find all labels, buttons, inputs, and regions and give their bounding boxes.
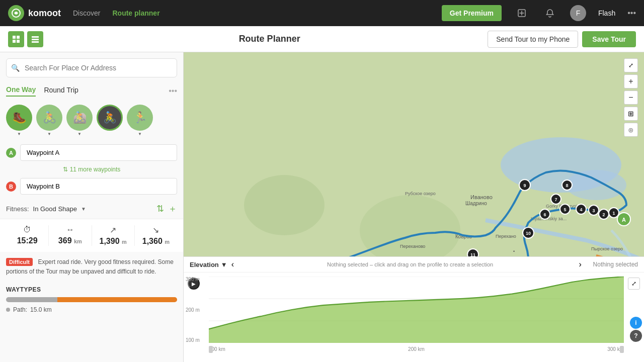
trip-more-options[interactable]: ••• (169, 86, 177, 96)
svg-text:7: 7 (554, 197, 557, 202)
avatar[interactable]: F (570, 5, 586, 21)
fitness-label: Fitness: (6, 205, 29, 213)
get-premium-button[interactable]: Get Premium (442, 5, 502, 21)
svg-text:Gorky Reservoir: Gorky Reservoir (546, 204, 579, 209)
logo[interactable]: komoot (8, 5, 61, 21)
svg-point-13 (360, 195, 460, 265)
route-planner-link[interactable]: Route planner (112, 9, 159, 17)
waypoints-section: A ⇅ 11 more waypoints B (0, 140, 183, 199)
discover-link[interactable]: Discover (73, 9, 100, 17)
send-tour-button[interactable]: Send Tour to my Phone (488, 31, 578, 48)
cycling-activity[interactable]: 🚴 ▼ (36, 105, 62, 136)
round-trip-tab[interactable]: Round Trip (44, 86, 78, 96)
save-tour-button[interactable]: Save Tour (582, 31, 636, 47)
svg-rect-5 (17, 40, 20, 43)
svg-rect-7 (32, 39, 39, 40)
list-view-button[interactable] (27, 31, 43, 47)
svg-text:1: 1 (612, 211, 615, 216)
elevation-scroll-handle-left[interactable] (209, 346, 213, 353)
left-panel: 🔍 One Way Round Trip ••• 🥾 ▼ 🚴 ▼ 🚵 ▼ (0, 52, 184, 362)
svg-point-32 (599, 209, 609, 219)
clock-icon: ⏱ (23, 225, 31, 234)
zoom-in-button[interactable]: + (624, 74, 638, 88)
waypoint-a-row: A (6, 144, 177, 161)
logo-icon (8, 5, 24, 21)
search-icon: 🔍 (11, 64, 20, 72)
more-options-button[interactable]: ••• (627, 9, 636, 18)
elevation-scroll-right[interactable]: › (579, 260, 589, 269)
elevation-nothing-label: Nothing selected (593, 261, 638, 268)
arrows-icon: ⇅ (63, 166, 68, 173)
fullscreen-button[interactable]: ⤢ (624, 58, 638, 72)
header-bar: Route Planner Send Tour to my Phone Save… (0, 26, 644, 52)
mtb-icon: 🚵 (66, 105, 93, 131)
svg-text:6: 6 (543, 212, 546, 217)
elevation-chart[interactable]: ▶ ⤢ 300 m 200 m 100 m 100 km 200 km 300 … (184, 273, 644, 353)
activity-selector: 🥾 ▼ 🚴 ▼ 🚵 ▼ 🚴 🏃 ▼ (0, 101, 183, 140)
svg-text:3: 3 (592, 208, 595, 213)
svg-text:A: A (622, 217, 626, 223)
svg-point-40 (540, 209, 550, 219)
help-button[interactable]: ? (630, 330, 642, 342)
elevation-x-labels: 100 km 200 km 300 km (209, 346, 624, 352)
ascent-icon: ↗ (110, 225, 116, 235)
distance-icon: ↔ (66, 225, 74, 234)
svg-point-36 (576, 204, 586, 214)
running-chevron: ▼ (138, 132, 142, 136)
svg-text:9: 9 (523, 183, 526, 188)
cycling-icon: 🚴 (36, 105, 62, 131)
search-input[interactable] (6, 58, 177, 77)
more-waypoints-button[interactable]: ⇅ 11 more waypoints (6, 164, 177, 175)
compass-button[interactable]: ◎ (624, 123, 638, 137)
zoom-out-button[interactable]: − (624, 90, 638, 105)
svg-text:Переханово: Переханово (400, 244, 425, 249)
elevation-scroll-handle-right[interactable] (620, 346, 624, 353)
elevation-y-labels: 300 m 200 m 100 m (186, 277, 200, 343)
descent-stat: ↘ 1,360 m (135, 225, 177, 246)
ascent-value: 1,390 m (99, 237, 126, 246)
logo-text: komoot (28, 8, 61, 19)
fitness-value[interactable]: In Good Shape (33, 205, 77, 213)
svg-point-10 (501, 137, 621, 193)
svg-rect-3 (17, 36, 20, 39)
x-label-200: 200 km (408, 346, 425, 352)
add-waypoint-button[interactable]: ＋ (168, 203, 177, 215)
svg-text:Klyazminskiy за...: Klyazminskiy за... (531, 216, 567, 221)
elevation-hint: Nothing selected – click and drag on the… (246, 261, 575, 267)
ascent-stat: ↗ 1,390 m (92, 225, 135, 246)
one-way-tab[interactable]: One Way (6, 85, 36, 97)
distance-stat: ↔ 369 km (49, 225, 92, 246)
fitness-actions: ⇅ ＋ (156, 203, 177, 215)
descent-icon: ↘ (152, 225, 159, 235)
add-icon-button[interactable] (514, 5, 530, 21)
descent-value: 1,360 m (142, 237, 170, 246)
stats-row: ⏱ 15:29 ↔ 369 km ↗ 1,390 m ↘ 1,360 m (0, 219, 183, 252)
svg-text:Перехано: Перехано (496, 234, 516, 239)
grid-view-button[interactable] (8, 31, 24, 47)
running-activity[interactable]: 🏃 ▼ (127, 105, 153, 136)
svg-text:5: 5 (564, 207, 566, 212)
info-button[interactable]: i (630, 317, 642, 329)
elevation-label[interactable]: Elevation ▼ (190, 261, 227, 268)
svg-text:Иваново: Иваново (470, 194, 493, 200)
svg-point-48 (523, 227, 534, 238)
hiking-activity[interactable]: 🥾 ▼ (6, 105, 32, 136)
elevation-action-buttons: i ? (630, 317, 642, 342)
page-title: Route Planner (51, 34, 488, 44)
elevation-scroll-left[interactable]: ‹ (231, 260, 242, 269)
road-activity[interactable]: 🚴 (97, 105, 123, 136)
mtb-activity[interactable]: 🚵 ▼ (66, 105, 93, 136)
elevation-chart-svg (209, 277, 624, 343)
elevation-header: Elevation ▼ ‹ Nothing selected – click a… (184, 257, 644, 273)
waypoint-a-input[interactable] (20, 144, 177, 161)
sort-waypoints-button[interactable]: ⇅ (156, 203, 164, 215)
fitness-chevron-icon: ▼ (81, 206, 86, 212)
y-label-300: 300 m (186, 277, 200, 282)
svg-text:Пырское озеро: Пырское озеро (591, 246, 623, 251)
waypoint-b-input[interactable] (20, 178, 177, 195)
bell-icon-button[interactable] (542, 5, 558, 21)
layers-button[interactable]: ⊞ (624, 107, 638, 121)
waytype-gray-segment (6, 297, 57, 302)
elevation-expand-button[interactable]: ⤢ (628, 278, 640, 290)
svg-point-42 (551, 194, 561, 204)
